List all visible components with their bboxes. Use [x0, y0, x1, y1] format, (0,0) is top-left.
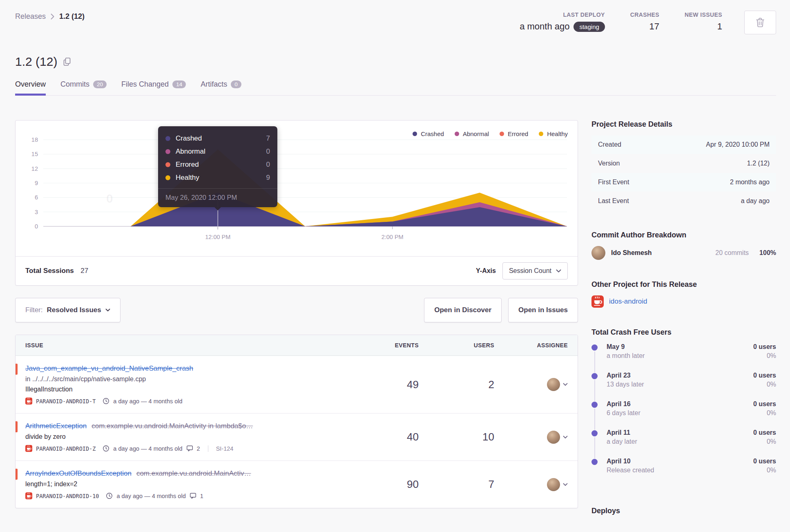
issue-age: a day ago — 4 months old: [116, 493, 185, 499]
timeline-item: April 100 users Release created0%: [591, 458, 776, 486]
issue-message: divide by zero: [25, 433, 370, 440]
issue-title-link[interactable]: Java_com_example_vu_android_NativeSample…: [25, 364, 193, 372]
breadcrumb-releases-link[interactable]: Releases: [15, 12, 46, 21]
chevron-down-icon: [556, 269, 561, 273]
svg-text:15: 15: [31, 151, 38, 157]
main-column: 0369121518012:00 PM2:00 PM Crashed Abnor…: [15, 120, 578, 515]
issue-users-count: 7: [419, 478, 494, 491]
legend-item-healthy[interactable]: Healthy: [539, 130, 568, 137]
issues-filter-row: Filter: Resolved Issues Open in Discover…: [15, 298, 578, 322]
chevron-down-icon: [563, 383, 568, 386]
other-project-heading: Other Project for This Release: [591, 280, 776, 289]
yaxis-select[interactable]: Session Count: [502, 262, 568, 279]
chart-legend: Crashed Abnormal Errored Healthy: [413, 130, 568, 137]
issue-culprit: com.example.vu.android.MainActivity in l…: [91, 422, 253, 430]
total-sessions-value: 27: [80, 267, 88, 275]
issue-message: IllegalInstruction: [25, 386, 370, 393]
column-events: EVENTS: [370, 342, 419, 349]
page-header: Releases 1.2 (12) LAST DEPLOY a month ag…: [15, 11, 776, 34]
issue-title-link[interactable]: ArrayIndexOutOfBoundsException: [25, 469, 132, 477]
avatar: [547, 478, 560, 491]
tab-artifacts[interactable]: Artifacts0: [201, 80, 241, 95]
stat-new-issues: NEW ISSUES 1: [685, 11, 722, 32]
java-platform-icon: [591, 295, 604, 308]
issue-row: ArrayIndexOutOfBoundsExceptioncom.exampl…: [16, 460, 578, 508]
tab-files-changed[interactable]: Files Changed14: [121, 80, 186, 95]
breadcrumb: Releases 1.2 (12): [15, 11, 85, 21]
svg-text:0: 0: [35, 223, 38, 230]
legend-dot: [455, 132, 459, 136]
tab-commits[interactable]: Commits20: [60, 80, 107, 95]
timeline-item: May 90 users a month later0%: [591, 343, 776, 372]
issues-table-header: ISSUE EVENTS USERS ASSIGNEE: [16, 335, 578, 356]
avatar: [547, 378, 560, 391]
svg-text:2:00 PM: 2:00 PM: [382, 234, 404, 240]
comments-icon: [186, 445, 193, 452]
chart-footer: Total Sessions 27 Y-Axis Session Count: [16, 256, 578, 285]
tab-count-badge: 0: [231, 80, 241, 89]
yaxis-selected-value: Session Count: [509, 267, 551, 275]
chart-tooltip: Crashed 7 Abnormal 0 Errored 0 Healthy 9…: [158, 126, 277, 207]
header-stats: LAST DEPLOY a month agostaging CRASHES 1…: [520, 11, 776, 34]
issue-message: length=1; index=2: [25, 481, 370, 488]
timeline-item: April 230 users 13 days later0%: [591, 372, 776, 400]
environment-badge: staging: [574, 22, 605, 32]
avatar: [547, 431, 560, 444]
issue-title-link[interactable]: ArithmeticException: [25, 422, 87, 430]
assignee-dropdown[interactable]: [547, 378, 568, 391]
issue-age: a day ago — 4 months old: [113, 398, 182, 405]
assignee-dropdown[interactable]: [547, 478, 568, 491]
legend-dot: [539, 132, 543, 136]
clock-icon: [103, 398, 109, 405]
issue-title: Java_com_example_vu_android_NativeSample…: [25, 364, 370, 373]
delete-release-button[interactable]: [744, 11, 776, 34]
tab-overview[interactable]: Overview: [15, 80, 46, 95]
assignee-dropdown[interactable]: [547, 431, 568, 444]
open-in-discover-button[interactable]: Open in Discover: [424, 298, 502, 322]
timeline-item: April 110 users a day later0%: [591, 429, 776, 458]
commit-authors-heading: Commit Author Breakdown: [591, 231, 776, 239]
java-platform-icon: [25, 492, 32, 499]
issue-events-count: 49: [370, 378, 419, 391]
other-project-link[interactable]: idos-android: [609, 297, 647, 306]
breadcrumb-current: 1.2 (12): [59, 12, 85, 21]
issues-panel: ISSUE EVENTS USERS ASSIGNEE Java_com_exa…: [15, 335, 578, 508]
issue-meta: PARANOID-ANDROID-Z a day ago — 4 months …: [25, 445, 370, 452]
yaxis-label: Y-Axis: [476, 267, 496, 275]
legend-item-abnormal[interactable]: Abnormal: [455, 130, 489, 137]
issues-filter-dropdown[interactable]: Filter: Resolved Issues: [15, 298, 121, 322]
svg-text:12:00 PM: 12:00 PM: [205, 234, 230, 240]
divider: [208, 445, 208, 452]
legend-item-errored[interactable]: Errored: [500, 130, 528, 137]
project-slug: PARANOID-ANDROID-T: [36, 398, 96, 405]
detail-row: Last Event a day ago: [591, 192, 776, 210]
tab-count-badge: 14: [172, 80, 186, 89]
detail-row: First Event 2 months ago: [591, 173, 776, 192]
release-details-heading: Project Release Details: [591, 120, 776, 129]
svg-text:12: 12: [31, 165, 38, 172]
sessions-chart[interactable]: 0369121518012:00 PM2:00 PM: [25, 131, 569, 250]
open-in-issues-button[interactable]: Open in Issues: [508, 298, 578, 322]
tooltip-row: Abnormal 0: [165, 145, 270, 158]
svg-text:6: 6: [35, 194, 38, 201]
legend-item-crashed[interactable]: Crashed: [413, 130, 444, 137]
stat-last-deploy: LAST DEPLOY a month agostaging: [520, 11, 605, 32]
copy-icon[interactable]: [63, 57, 71, 66]
issue-events-count: 90: [370, 478, 419, 491]
clock-icon: [106, 492, 113, 499]
total-sessions-label: Total Sessions: [25, 267, 74, 275]
crash-free-section: Total Crash Free Users May 90 users a mo…: [591, 328, 776, 486]
column-users: USERS: [419, 342, 494, 349]
chevron-down-icon: [563, 436, 568, 439]
release-details-section: Project Release Details Created Apr 9, 2…: [591, 120, 776, 210]
issue-row: Java_com_example_vu_android_NativeSample…: [16, 356, 578, 413]
clock-icon: [103, 445, 109, 452]
commit-authors-section: Commit Author Breakdown Ido Shemesh 20 c…: [591, 231, 776, 260]
chevron-down-icon: [105, 308, 110, 312]
unhandled-indicator: [16, 421, 18, 432]
deploys-heading: Deploys: [591, 507, 776, 515]
sessions-chart-card: 0369121518012:00 PM2:00 PM Crashed Abnor…: [15, 120, 578, 286]
project-slug: PARANOID-ANDROID-10: [36, 493, 99, 499]
column-issue: ISSUE: [25, 342, 370, 349]
issue-users-count: 10: [419, 431, 494, 443]
